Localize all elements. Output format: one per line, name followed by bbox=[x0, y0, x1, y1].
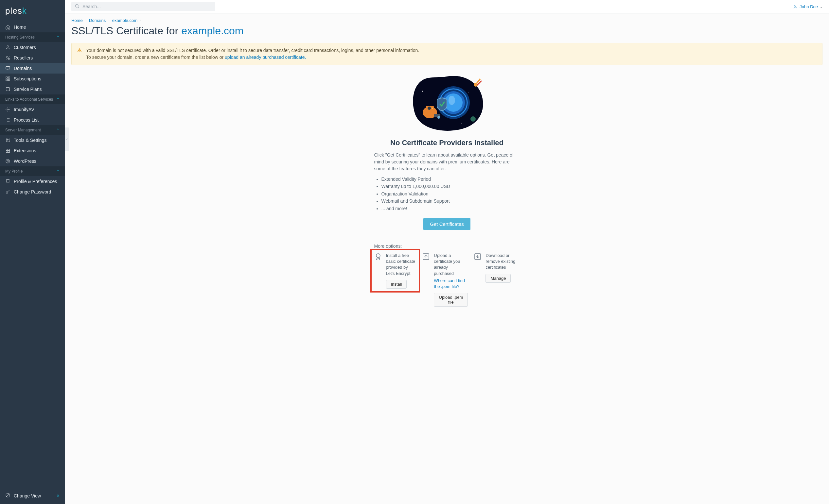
chevron-up-icon: ⌃ bbox=[56, 128, 60, 132]
svg-point-29 bbox=[432, 108, 433, 109]
upload-icon bbox=[422, 253, 430, 307]
search-input[interactable] bbox=[71, 2, 215, 11]
svg-point-16 bbox=[6, 159, 10, 163]
get-certificates-button[interactable]: Get Certificates bbox=[423, 218, 470, 230]
hero-section: No Certificate Providers Installed Click… bbox=[374, 75, 520, 307]
svg-point-34 bbox=[422, 91, 423, 92]
svg-rect-7 bbox=[8, 79, 10, 81]
puzzle-icon bbox=[5, 148, 10, 153]
svg-point-31 bbox=[437, 116, 440, 119]
sidebar-item-imunifyav[interactable]: ImunifyAV bbox=[0, 104, 65, 115]
sidebar-item-change-password[interactable]: Change Password bbox=[0, 187, 65, 197]
chevron-right-icon: › bbox=[108, 18, 109, 22]
sidebar-item-extensions[interactable]: Extensions bbox=[0, 146, 65, 156]
svg-point-1 bbox=[6, 56, 7, 57]
warning-alert: Your domain is not secured with a valid … bbox=[71, 43, 823, 65]
change-view-label[interactable]: Change View bbox=[14, 493, 41, 498]
sidebar-collapse-handle[interactable]: ‹ bbox=[65, 127, 69, 151]
svg-point-35 bbox=[468, 92, 468, 93]
search-icon bbox=[75, 4, 79, 9]
svg-point-2 bbox=[8, 58, 9, 60]
upload-certificate-link[interactable]: upload an already purchased certificate. bbox=[225, 54, 306, 60]
svg-rect-3 bbox=[6, 67, 10, 69]
sidebar: plesk Home Hosting Services ⌃ Customers … bbox=[0, 0, 65, 504]
hero-paragraph: Click "Get Certificates" to learn about … bbox=[374, 152, 520, 172]
close-icon[interactable]: × bbox=[57, 493, 60, 499]
nav-label: Home bbox=[14, 25, 26, 30]
option-text: Download or remove existing certificates bbox=[485, 253, 519, 271]
key-icon bbox=[5, 189, 10, 194]
person-icon bbox=[793, 4, 798, 9]
nav-label: Subscriptions bbox=[14, 76, 41, 81]
sidebar-item-wordpress[interactable]: WordPress bbox=[0, 156, 65, 166]
hero-illustration bbox=[408, 75, 486, 132]
percent-icon bbox=[5, 55, 10, 61]
alert-text-1: Your domain is not secured with a valid … bbox=[86, 48, 419, 53]
sidebar-item-domains[interactable]: Domains bbox=[0, 63, 65, 74]
alert-text-2: To secure your domain, order a new certi… bbox=[86, 54, 225, 60]
nav-group-hosting[interactable]: Hosting Services ⌃ bbox=[0, 32, 65, 42]
page-title-domain-link[interactable]: example.com bbox=[181, 25, 243, 37]
sidebar-item-profile-prefs[interactable]: Profile & Preferences bbox=[0, 176, 65, 187]
sidebar-item-service-plans[interactable]: Service Plans bbox=[0, 84, 65, 94]
main: John Doe ⌄ Home › Domains › example.com … bbox=[65, 0, 829, 504]
sliders-icon bbox=[5, 138, 10, 143]
gear-icon bbox=[5, 107, 10, 112]
nav-label: ImunifyAV bbox=[14, 107, 34, 112]
sidebar-item-subscriptions[interactable]: Subscriptions bbox=[0, 74, 65, 84]
sidebar-item-resellers[interactable]: Resellers bbox=[0, 53, 65, 63]
hero-bullet: ... and more! bbox=[382, 205, 520, 212]
sidebar-item-process-list[interactable]: Process List bbox=[0, 115, 65, 125]
find-pem-link[interactable]: Where can I find the .pem file? bbox=[434, 278, 468, 289]
svg-point-19 bbox=[76, 5, 78, 7]
nav-label: Process List bbox=[14, 117, 39, 123]
breadcrumb-home[interactable]: Home bbox=[71, 18, 83, 23]
topbar: John Doe ⌄ bbox=[65, 0, 829, 13]
option-manage: Download or remove existing certificates… bbox=[474, 253, 519, 283]
page-title: SSL/TLS Certificate for example.com bbox=[71, 25, 823, 37]
option-text: Upload a certificate you already purchas… bbox=[434, 253, 468, 276]
manage-button[interactable]: Manage bbox=[485, 274, 511, 283]
divider bbox=[374, 238, 520, 238]
wordpress-icon bbox=[5, 158, 10, 164]
sidebar-item-home[interactable]: Home bbox=[0, 22, 65, 32]
hero-heading: No Certificate Providers Installed bbox=[374, 139, 520, 147]
sidebar-item-tools-settings[interactable]: Tools & Settings bbox=[0, 135, 65, 146]
home-icon bbox=[5, 25, 10, 30]
user-menu[interactable]: John Doe ⌄ bbox=[793, 4, 823, 9]
badge-icon bbox=[5, 179, 10, 184]
sidebar-footer: Change View × bbox=[0, 490, 65, 504]
more-options-label: More options: bbox=[374, 243, 520, 249]
download-icon bbox=[474, 253, 481, 283]
svg-point-11 bbox=[9, 141, 10, 142]
breadcrumb-domains[interactable]: Domains bbox=[89, 18, 106, 23]
svg-point-17 bbox=[6, 192, 8, 193]
logo[interactable]: plesk bbox=[0, 0, 65, 22]
nav-label: Change Password bbox=[14, 189, 51, 194]
breadcrumb-domain[interactable]: example.com bbox=[112, 18, 137, 23]
svg-rect-15 bbox=[8, 151, 10, 153]
chevron-right-icon: › bbox=[140, 18, 141, 22]
grid-icon bbox=[5, 76, 10, 81]
upload-pem-button[interactable]: Upload .pem file bbox=[434, 293, 468, 307]
nav-group-server[interactable]: Server Management ⌃ bbox=[0, 125, 65, 135]
monitor-icon bbox=[5, 66, 10, 71]
chevron-up-icon: ⌃ bbox=[56, 169, 60, 173]
svg-point-0 bbox=[7, 46, 8, 47]
hero-bullet: Warranty up to 1,000,000.00 USD bbox=[382, 183, 520, 190]
hero-bullet: Webmail and Subdomain Support bbox=[382, 197, 520, 205]
nav-group-links[interactable]: Links to Additional Services ⌃ bbox=[0, 94, 65, 104]
svg-point-25 bbox=[448, 96, 455, 105]
nav-label: Extensions bbox=[14, 148, 36, 153]
chevron-up-icon: ⌃ bbox=[56, 97, 60, 102]
svg-point-8 bbox=[7, 109, 8, 110]
breadcrumb: Home › Domains › example.com › bbox=[71, 18, 823, 23]
option-text: Install a free basic certificate provide… bbox=[386, 253, 417, 276]
nav-label: Domains bbox=[14, 66, 32, 71]
chevron-right-icon: › bbox=[85, 18, 86, 22]
svg-rect-14 bbox=[6, 151, 8, 153]
install-button[interactable]: Install bbox=[386, 280, 407, 288]
svg-point-10 bbox=[7, 139, 8, 140]
nav-group-profile[interactable]: My Profile ⌃ bbox=[0, 166, 65, 176]
sidebar-item-customers[interactable]: Customers bbox=[0, 42, 65, 53]
